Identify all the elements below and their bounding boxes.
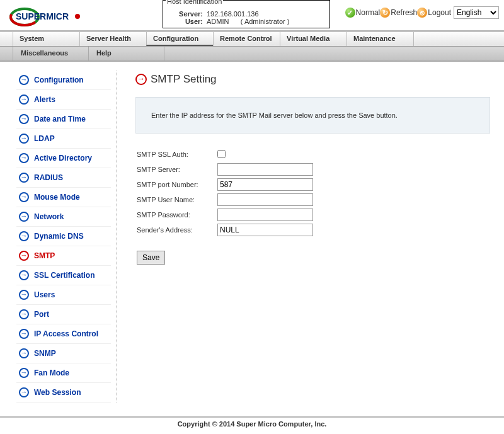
smtp-server-input[interactable] — [217, 163, 313, 176]
sidebar-item-label: SNMP — [34, 349, 56, 358]
sidebar-item-radius[interactable]: RADIUS — [16, 168, 111, 188]
sidebar-item-active-directory[interactable]: Active Directory — [16, 149, 111, 168]
arrow-right-icon — [19, 192, 29, 202]
status-normal-label: Normal — [356, 8, 381, 17]
svg-text:SUPERMICR: SUPERMICR — [16, 11, 69, 21]
sidebar-item-configuration[interactable]: Configuration — [16, 71, 111, 90]
arrow-right-icon — [19, 270, 29, 280]
arrow-right-icon — [19, 212, 29, 222]
ssl-auth-label: SMTP SSL Auth: — [137, 151, 217, 158]
user-role: ( Administrator ) — [241, 18, 290, 25]
tab-system[interactable]: System — [13, 32, 79, 46]
user-label: User: — [168, 18, 207, 25]
sidebar-item-date-and-time[interactable]: Date and Time — [16, 110, 111, 129]
sidebar-item-smtp[interactable]: SMTP — [16, 246, 111, 266]
tab-configuration[interactable]: Configuration — [146, 32, 213, 46]
sidebar-item-web-session[interactable]: Web Session — [16, 383, 111, 403]
arrow-right-icon — [19, 368, 29, 378]
subtab-help[interactable]: Help — [88, 47, 164, 60]
sidebar-item-label: Web Session — [34, 388, 81, 397]
arrow-right-icon — [19, 309, 29, 319]
ssl-auth-checkbox[interactable] — [217, 150, 226, 158]
sender-address-label: Sender's Address: — [137, 226, 217, 234]
sidebar-item-label: Fan Mode — [34, 368, 69, 377]
host-identification-box: Host Identification Server: 192.168.001.… — [163, 0, 330, 28]
sidebar-item-alerts[interactable]: Alerts — [16, 90, 111, 110]
sidebar-item-snmp[interactable]: SNMP — [16, 344, 111, 363]
sub-menu: MiscellaneousHelp — [0, 47, 504, 62]
sidebar-item-label: Configuration — [34, 76, 84, 84]
tab-server-health[interactable]: Server Health — [79, 32, 146, 46]
language-select[interactable]: English — [454, 6, 499, 19]
sidebar-item-ip-access-control[interactable]: IP Access Control — [16, 324, 111, 344]
smtp-password-input[interactable] — [217, 208, 313, 221]
logout-link[interactable]: Logout — [428, 8, 451, 17]
sidebar-item-label: Users — [34, 290, 55, 299]
sidebar-item-dynamic-dns[interactable]: Dynamic DNS — [16, 227, 111, 246]
sidebar-item-label: SMTP — [34, 251, 55, 260]
sidebar-item-label: LDAP — [34, 134, 55, 143]
sidebar-item-label: Network — [34, 212, 64, 221]
arrow-right-icon — [19, 134, 29, 144]
user-value: ADMIN — [207, 18, 229, 25]
arrow-right-icon — [19, 329, 29, 339]
sender-address-input[interactable] — [217, 224, 313, 236]
tab-maintenance[interactable]: Maintenance — [346, 32, 414, 46]
page-title: SMTP Setting — [135, 73, 490, 86]
arrow-right-icon — [19, 231, 29, 241]
svg-point-3 — [75, 14, 80, 19]
smtp-password-label: SMTP Password: — [137, 211, 217, 219]
arrow-right-icon — [135, 74, 147, 85]
status-ok-icon: ✓ — [345, 8, 355, 18]
logout-icon[interactable]: ⎋ — [417, 8, 427, 18]
sidebar-item-network[interactable]: Network — [16, 207, 111, 227]
host-id-legend: Host Identification — [166, 0, 223, 5]
sidebar-item-fan-mode[interactable]: Fan Mode — [16, 363, 111, 383]
tab-virtual-media[interactable]: Virtual Media — [280, 32, 346, 46]
arrow-right-icon — [19, 114, 29, 124]
arrow-right-icon — [19, 94, 29, 105]
info-box: Enter the IP address for the SMTP Mail s… — [135, 97, 490, 134]
sidebar-item-label: SSL Certification — [34, 271, 94, 280]
tab-remote-control[interactable]: Remote Control — [213, 32, 280, 46]
sidebar-item-mouse-mode[interactable]: Mouse Mode — [16, 188, 111, 207]
sidebar-item-label: Alerts — [34, 95, 55, 104]
smtp-server-label: SMTP Server: — [137, 166, 217, 173]
sidebar-item-port[interactable]: Port — [16, 305, 111, 324]
subtab-miscellaneous[interactable]: Miscellaneous — [13, 47, 88, 60]
arrow-right-icon — [19, 290, 29, 300]
arrow-right-icon — [19, 75, 29, 85]
arrow-right-icon — [19, 348, 29, 358]
logo: SUPERMICR — [9, 5, 91, 29]
arrow-right-icon — [19, 251, 29, 261]
sidebar-item-ssl-certification[interactable]: SSL Certification — [16, 266, 111, 285]
sidebar-item-label: Date and Time — [34, 115, 86, 123]
sidebar-item-label: Dynamic DNS — [34, 232, 84, 241]
sidebar-item-label: Active Directory — [34, 154, 92, 163]
sidebar-item-ldap[interactable]: LDAP — [16, 129, 111, 149]
smtp-port-input[interactable] — [217, 178, 313, 191]
refresh-icon[interactable]: ↻ — [380, 8, 390, 18]
sidebar: ConfigurationAlertsDate and TimeLDAPActi… — [16, 71, 117, 403]
server-value: 192.168.001.136 — [207, 10, 324, 18]
main-menu: SystemServer HealthConfigurationRemote C… — [0, 31, 504, 47]
footer-copyright: Copyright © 2014 Super Micro Computer, I… — [0, 416, 504, 430]
sidebar-item-label: IP Access Control — [34, 329, 98, 338]
sidebar-item-label: Port — [34, 310, 49, 319]
save-button[interactable]: Save — [137, 251, 165, 265]
refresh-link[interactable]: Refresh — [391, 8, 417, 17]
smtp-port-label: SMTP port Number: — [137, 181, 217, 188]
arrow-right-icon — [19, 153, 29, 163]
arrow-right-icon — [19, 173, 29, 183]
smtp-user-input[interactable] — [217, 193, 313, 206]
server-label: Server: — [168, 10, 207, 18]
smtp-user-label: SMTP User Name: — [137, 196, 217, 203]
sidebar-item-users[interactable]: Users — [16, 285, 111, 305]
sidebar-item-label: RADIUS — [34, 173, 63, 182]
arrow-right-icon — [19, 387, 29, 397]
sidebar-item-label: Mouse Mode — [34, 193, 80, 202]
